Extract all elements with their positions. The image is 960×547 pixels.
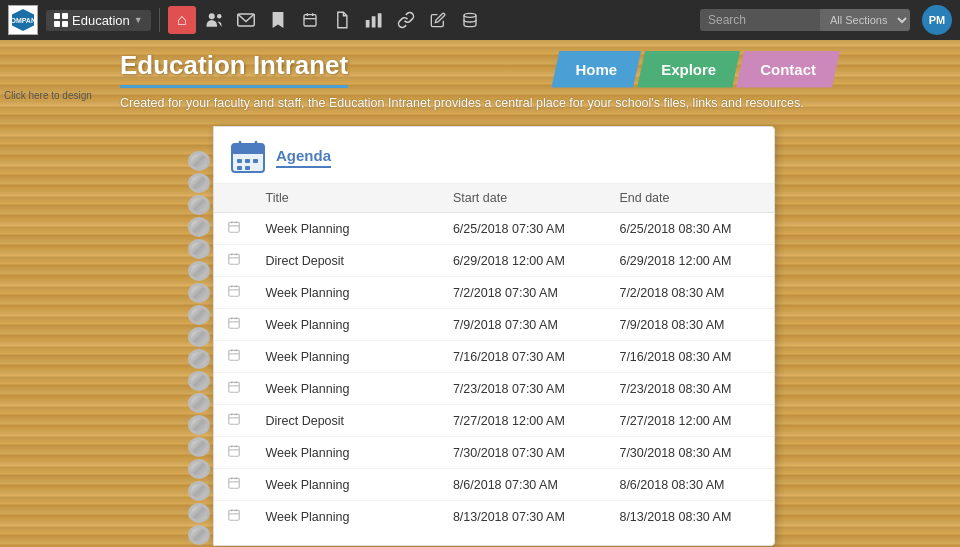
nav-tabs: Home Explore Contact: [555, 51, 840, 88]
row-title-7: Week Planning: [254, 437, 441, 469]
table-row: Week Planning 7/16/2018 07:30 AM 7/16/20…: [214, 341, 774, 373]
spiral-ring: [188, 261, 210, 281]
chart-nav-icon[interactable]: [360, 6, 388, 34]
table-row: Week Planning 7/2/2018 07:30 AM 7/2/2018…: [214, 277, 774, 309]
row-start-1: 6/29/2018 12:00 AM: [441, 245, 608, 277]
row-title-1: Direct Deposit: [254, 245, 441, 277]
svg-rect-21: [229, 222, 240, 232]
row-icon-0: [214, 213, 254, 245]
spiral-ring: [188, 151, 210, 171]
search-bar: All Sections: [700, 9, 910, 31]
spiral-binding: [185, 126, 213, 546]
agenda-header: Agenda: [214, 127, 774, 184]
bookmark-nav-icon[interactable]: [264, 6, 292, 34]
row-icon-6: [214, 405, 254, 437]
spiral-ring: [188, 503, 210, 523]
row-end-8: 8/6/2018 08:30 AM: [607, 469, 774, 501]
row-start-4: 7/16/2018 07:30 AM: [441, 341, 608, 373]
row-icon-9: [214, 501, 254, 533]
home-nav-icon[interactable]: ⌂: [168, 6, 196, 34]
link-nav-icon[interactable]: [392, 6, 420, 34]
chevron-down-icon: ▼: [134, 15, 143, 25]
user-avatar[interactable]: PM: [922, 5, 952, 35]
row-end-6: 7/27/2018 12:00 AM: [607, 405, 774, 437]
spiral-ring: [188, 283, 210, 303]
row-title-9: Week Planning: [254, 501, 441, 533]
search-sections-select[interactable]: All Sections: [820, 9, 910, 31]
calendar-nav-icon[interactable]: [296, 6, 324, 34]
search-input[interactable]: [700, 9, 820, 31]
database-nav-icon[interactable]: [456, 6, 484, 34]
app-selector[interactable]: Education ▼: [46, 10, 151, 31]
spiral-ring: [188, 349, 210, 369]
notebook-pages: Agenda Title Start date End date: [213, 126, 775, 546]
row-start-7: 7/30/2018 07:30 AM: [441, 437, 608, 469]
row-title-5: Week Planning: [254, 373, 441, 405]
table-row: Week Planning 7/30/2018 07:30 AM 7/30/20…: [214, 437, 774, 469]
page-description: Created for your faculty and staff, the …: [0, 88, 960, 118]
spiral-ring: [188, 195, 210, 215]
row-start-0: 6/25/2018 07:30 AM: [441, 213, 608, 245]
row-end-7: 7/30/2018 08:30 AM: [607, 437, 774, 469]
row-icon-5: [214, 373, 254, 405]
spiral-ring: [188, 393, 210, 413]
row-start-5: 7/23/2018 07:30 AM: [441, 373, 608, 405]
svg-rect-53: [229, 478, 240, 488]
svg-rect-13: [232, 151, 264, 154]
table-row: Direct Deposit 6/29/2018 12:00 AM 6/29/2…: [214, 245, 774, 277]
navbar: COMPANY Education ▼ ⌂ All S: [0, 0, 960, 40]
agenda-title: Agenda: [276, 147, 331, 168]
mail-nav-icon[interactable]: [232, 6, 260, 34]
spiral-ring: [188, 525, 210, 545]
spiral-ring: [188, 371, 210, 391]
row-end-5: 7/23/2018 08:30 AM: [607, 373, 774, 405]
company-logo[interactable]: COMPANY: [8, 5, 38, 35]
svg-rect-25: [229, 254, 240, 264]
document-nav-icon[interactable]: [328, 6, 356, 34]
row-start-3: 7/9/2018 07:30 AM: [441, 309, 608, 341]
row-title-8: Week Planning: [254, 469, 441, 501]
row-title-4: Week Planning: [254, 341, 441, 373]
pencil-nav-icon[interactable]: [424, 6, 452, 34]
svg-rect-37: [229, 350, 240, 360]
nav-tab-contact[interactable]: Contact: [736, 51, 840, 88]
svg-rect-57: [229, 510, 240, 520]
svg-rect-29: [229, 286, 240, 296]
row-end-2: 7/2/2018 08:30 AM: [607, 277, 774, 309]
people-nav-icon[interactable]: [200, 6, 228, 34]
nav-tab-home[interactable]: Home: [551, 51, 641, 88]
col-header-title: Title: [254, 184, 441, 213]
spiral-ring: [188, 481, 210, 501]
design-hint[interactable]: Click here to design: [4, 90, 92, 101]
row-end-9: 8/13/2018 08:30 AM: [607, 501, 774, 533]
table-row: Week Planning 7/9/2018 07:30 AM 7/9/2018…: [214, 309, 774, 341]
row-end-3: 7/9/2018 08:30 AM: [607, 309, 774, 341]
spiral-ring: [188, 327, 210, 347]
nav-tab-explore[interactable]: Explore: [637, 51, 740, 88]
row-end-1: 6/29/2018 12:00 AM: [607, 245, 774, 277]
col-header-icon: [214, 184, 254, 213]
svg-rect-49: [229, 446, 240, 456]
col-header-end: End date: [607, 184, 774, 213]
app-name: Education: [72, 13, 130, 28]
table-row: Week Planning 6/25/2018 07:30 AM 6/25/20…: [214, 213, 774, 245]
row-icon-1: [214, 245, 254, 277]
svg-point-0: [209, 13, 215, 19]
row-title-2: Week Planning: [254, 277, 441, 309]
spiral-ring: [188, 173, 210, 193]
svg-rect-41: [229, 382, 240, 392]
page-content: Click here to design Education Intranet …: [0, 40, 960, 546]
agenda-calendar-icon: [230, 139, 266, 175]
row-start-2: 7/2/2018 07:30 AM: [441, 277, 608, 309]
row-icon-3: [214, 309, 254, 341]
spiral-ring: [188, 217, 210, 237]
svg-rect-7: [366, 20, 370, 28]
svg-rect-3: [304, 15, 316, 26]
spiral-ring: [188, 459, 210, 479]
svg-rect-18: [253, 159, 258, 163]
row-start-9: 8/13/2018 07:30 AM: [441, 501, 608, 533]
svg-rect-8: [372, 16, 376, 27]
notebook-widget: Agenda Title Start date End date: [185, 126, 775, 546]
table-header-row: Title Start date End date: [214, 184, 774, 213]
row-title-3: Week Planning: [254, 309, 441, 341]
